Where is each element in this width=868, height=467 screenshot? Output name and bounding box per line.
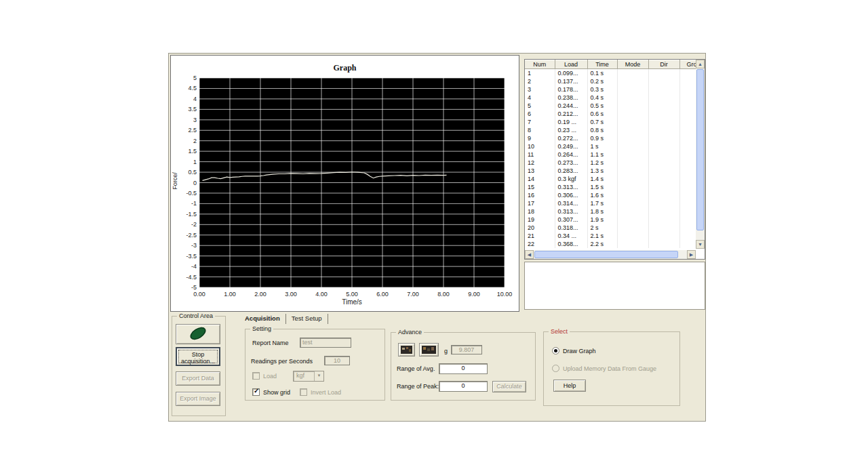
draw-graph-radio-circle[interactable] — [552, 347, 559, 354]
upload-memory-radio[interactable]: Upload Memory Data From Gauge — [552, 365, 656, 372]
table-cell: 1.2 s — [587, 159, 617, 167]
table-cell — [648, 175, 679, 183]
horizontal-scrollbar[interactable]: ◀ ▶ — [525, 250, 696, 259]
table-cell — [617, 110, 648, 118]
help-label: Help — [564, 382, 576, 389]
acquire-button[interactable] — [176, 324, 220, 344]
table-row[interactable]: 120.273...1.2 s — [525, 159, 696, 167]
range-of-avg-input[interactable]: 0 — [439, 363, 488, 374]
show-grid-label: Show grid — [263, 389, 290, 396]
scroll-down-icon[interactable]: ▼ — [696, 240, 705, 249]
table-cell — [648, 110, 679, 118]
help-button[interactable]: Help — [553, 380, 586, 392]
calculate-button[interactable]: Calculate — [492, 381, 526, 392]
export-data-button[interactable]: Export Data — [176, 371, 220, 386]
tab-acquisition[interactable]: Acquisition — [239, 314, 286, 324]
table-cell: 2 — [525, 77, 555, 85]
horizontal-scrollbar-thumb[interactable] — [534, 251, 678, 258]
export-image-button[interactable]: Export Image — [176, 392, 220, 406]
table-cell — [617, 134, 648, 142]
table-cell: 0.307... — [555, 216, 587, 224]
table-row[interactable]: 170.314...1.7 s — [525, 199, 696, 207]
table-cell: 1 s — [587, 142, 617, 150]
table-cell: 0.1 s — [587, 69, 617, 78]
table-cell: 1.1 s — [587, 150, 617, 159]
table-row[interactable]: 190.307...1.9 s — [525, 216, 696, 224]
report-name-input[interactable]: test — [300, 338, 351, 348]
table-cell — [648, 69, 679, 78]
draw-graph-label: Draw Graph — [563, 348, 596, 354]
scroll-right-icon[interactable]: ▶ — [687, 250, 696, 259]
upload-memory-radio-circle[interactable] — [552, 365, 559, 372]
readings-per-second-input[interactable]: 10 — [324, 356, 350, 365]
table-row[interactable]: 10.099...0.1 s — [525, 69, 696, 78]
table-row[interactable]: 50.244...0.5 s — [525, 102, 696, 110]
column-header-num[interactable]: Num — [525, 60, 555, 69]
table-row[interactable]: 130.283...1.3 s — [525, 167, 696, 175]
table-row[interactable]: 200.318...2 s — [525, 224, 696, 232]
invert-load-checkbox[interactable]: Invert Load — [300, 388, 341, 396]
y-tick-label: 1 — [193, 159, 197, 165]
gravity-input[interactable]: 9.807 — [451, 345, 482, 354]
invert-load-checkbox-box[interactable] — [300, 388, 307, 396]
table-row[interactable]: 90.272...0.9 s — [525, 134, 696, 142]
table-row[interactable]: 150.313...1.5 s — [525, 183, 696, 191]
table-row[interactable]: 110.264...1.1 s — [525, 150, 696, 159]
advance-groupbox: Advance g 9.807 Range of Avg. 0 Range of… — [391, 332, 536, 401]
gauge-icon-button[interactable] — [398, 343, 415, 357]
table-cell: 1 — [525, 69, 555, 78]
load-unit-value: kgf — [296, 372, 304, 379]
tab-test-setup[interactable]: Test Setup — [286, 314, 328, 324]
load-unit-select[interactable]: kgf ▼ — [293, 371, 324, 382]
table-cell: 1.4 s — [587, 175, 617, 183]
load-checkbox[interactable]: Load — [252, 372, 277, 380]
load-checkbox-box[interactable] — [252, 372, 260, 380]
show-grid-checkbox[interactable]: ✓ Show grid — [252, 388, 290, 396]
setting-title: Setting — [250, 325, 273, 332]
range-of-peak-input[interactable]: 0 — [439, 381, 488, 392]
table-cell — [679, 159, 696, 167]
column-header-mode[interactable]: Mode — [617, 60, 648, 69]
sensor-icon-button[interactable] — [419, 343, 439, 357]
vertical-scrollbar-thumb[interactable] — [696, 69, 704, 230]
table-row[interactable]: 220.368...2.2 s — [525, 240, 696, 248]
table-cell — [648, 216, 679, 224]
table-row[interactable]: 80.23 ...0.8 s — [525, 126, 696, 134]
table-cell: 0.264... — [555, 150, 587, 159]
table-row[interactable]: 180.313...1.8 s — [525, 207, 696, 216]
column-header-load[interactable]: Load — [555, 60, 587, 69]
table-cell: 18 — [525, 207, 555, 216]
table-cell — [679, 69, 696, 78]
table-row[interactable]: 100.249...1 s — [525, 142, 696, 150]
scroll-left-icon[interactable]: ◀ — [525, 250, 534, 259]
report-name-label: Report Name — [252, 340, 289, 346]
scroll-up-icon[interactable]: ▲ — [696, 60, 705, 68]
table-row[interactable]: 210.34 ...2.1 s — [525, 232, 696, 240]
column-header-time[interactable]: Time — [587, 60, 617, 69]
column-header-dir[interactable]: Dir — [648, 60, 679, 69]
draw-graph-radio[interactable]: Draw Graph — [552, 347, 596, 354]
table-cell: 0.318... — [555, 224, 587, 232]
readings-table: NumLoadTimeModeDirGroup10.099...0.1 s20.… — [525, 60, 696, 249]
table-row[interactable]: 140.3 kgf1.4 s — [525, 175, 696, 183]
table-cell — [617, 199, 648, 207]
table-row[interactable]: 20.137...0.2 s — [525, 77, 696, 85]
stop-acquisition-button[interactable]: Stop acquisition... — [176, 347, 220, 366]
table-row[interactable]: 160.306...1.6 s — [525, 191, 696, 199]
table-cell — [617, 216, 648, 224]
table-cell: 0.8 s — [587, 126, 617, 134]
x-axis-label: Time/s — [199, 298, 505, 306]
chevron-down-icon[interactable]: ▼ — [314, 371, 323, 381]
column-header-group[interactable]: Group — [679, 60, 696, 69]
y-tick-label: 2.5 — [188, 127, 197, 134]
table-row[interactable]: 60.212...0.6 s — [525, 110, 696, 118]
table-cell — [679, 126, 696, 134]
table-row[interactable]: 30.178...0.3 s — [525, 85, 696, 94]
show-grid-checkbox-box[interactable]: ✓ — [252, 388, 260, 396]
table-cell: 0.5 s — [587, 102, 617, 110]
x-tick-label: 2.00 — [254, 291, 267, 298]
x-tick-label: 3.00 — [285, 291, 297, 298]
table-row[interactable]: 40.238...0.4 s — [525, 94, 696, 102]
vertical-scrollbar[interactable]: ▲ ▼ — [696, 60, 705, 249]
table-row[interactable]: 70.19 ...0.7 s — [525, 118, 696, 126]
